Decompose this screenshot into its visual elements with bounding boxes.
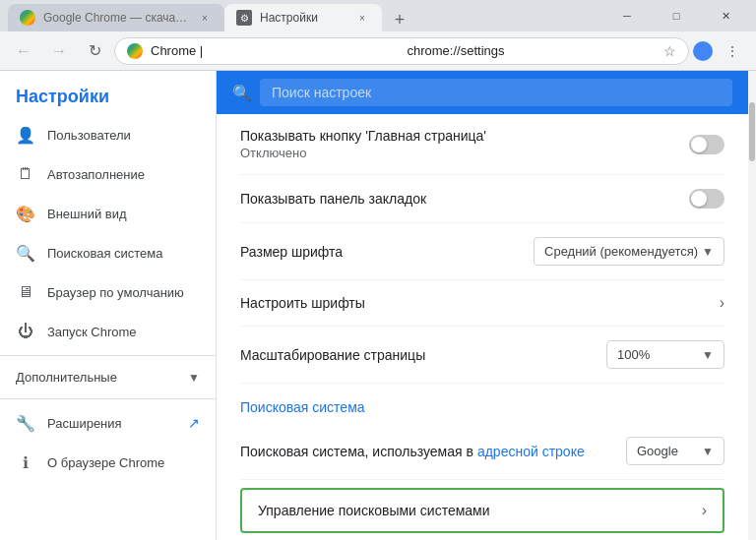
tab-2-close[interactable]: × xyxy=(354,10,370,26)
external-link-icon: ↗ xyxy=(188,415,200,431)
nav-bar: ← → ↻ Chrome | chrome://settings ☆ ⋮ xyxy=(0,31,756,71)
sidebar-item-appearance-label: Внешний вид xyxy=(47,207,127,221)
extensions-icon: 🔧 xyxy=(16,413,35,433)
tab-2[interactable]: ⚙ Настройки × xyxy=(224,4,382,31)
address-url: chrome://settings xyxy=(408,43,657,58)
sidebar-item-users[interactable]: 👤 Пользователи xyxy=(0,115,216,154)
search-engine-section: Поисковая система, используемая в адресн… xyxy=(217,423,748,540)
back-button[interactable]: ← xyxy=(8,35,39,67)
window-controls: ─ □ ✕ xyxy=(604,4,748,28)
about-icon: ℹ xyxy=(16,452,35,472)
tab-1-close[interactable]: × xyxy=(197,10,213,26)
search-input[interactable] xyxy=(260,79,732,106)
show-home-button-toggle[interactable] xyxy=(689,135,724,154)
manage-search-engines-button[interactable]: Управление поисковыми системами › xyxy=(240,488,724,533)
default-browser-icon: 🖥 xyxy=(16,282,35,302)
about-label: О браузере Chrome xyxy=(47,455,164,470)
sidebar-additional[interactable]: Дополнительные ▼ xyxy=(0,360,216,394)
sidebar-item-autofill[interactable]: 🗒 Автозаполнение xyxy=(0,154,216,194)
extensions-label: Расширения xyxy=(47,416,122,431)
manage-search-label: Управление поисковыми системами xyxy=(258,503,490,518)
show-bookmarks-toggle[interactable] xyxy=(689,189,724,209)
search-engine-label-group: Поисковая система, используемая в адресн… xyxy=(240,444,585,459)
font-settings-row[interactable]: Настроить шрифты › xyxy=(240,280,724,327)
address-bar-link[interactable]: адресной строке xyxy=(477,444,585,459)
tab-2-label: Настройки xyxy=(260,11,346,25)
sidebar-item-about[interactable]: ℹ О браузере Chrome xyxy=(0,443,216,482)
show-bookmarks-label: Показывать панель закладок xyxy=(240,191,689,207)
sidebar-item-startup[interactable]: ⏻ Запуск Chrome xyxy=(0,312,216,351)
sidebar-item-search[interactable]: 🔍 Поисковая система xyxy=(0,233,216,272)
address-prefix: Chrome | xyxy=(151,43,400,58)
sidebar-divider-2 xyxy=(0,398,216,399)
dropdown-arrow-icon: ▼ xyxy=(702,245,714,259)
page-zoom-value: 100% xyxy=(617,347,650,362)
title-bar: Google Chrome — скачать бес... × ⚙ Настр… xyxy=(0,0,756,31)
startup-icon: ⏻ xyxy=(16,322,35,341)
refresh-button[interactable]: ↻ xyxy=(79,35,110,67)
search-engine-dropdown-arrow-icon: ▼ xyxy=(702,445,714,458)
manage-search-arrow-icon: › xyxy=(702,502,707,519)
sidebar-item-appearance[interactable]: 🎨 Внешний вид xyxy=(0,194,216,233)
autofill-icon: 🗒 xyxy=(16,164,35,184)
tab-1[interactable]: Google Chrome — скачать бес... × xyxy=(8,4,224,31)
bookmarks-toggle-knob xyxy=(691,191,707,207)
tab-1-favicon xyxy=(20,10,35,26)
tab-1-label: Google Chrome — скачать бес... xyxy=(43,11,189,25)
search-icon: 🔍 xyxy=(232,84,252,102)
additional-label: Дополнительные xyxy=(16,370,117,385)
show-home-button-label: Показывать кнопку 'Главная страница' xyxy=(240,128,486,144)
close-button[interactable]: ✕ xyxy=(703,4,748,28)
sidebar-item-search-label: Поисковая система xyxy=(47,246,163,261)
show-bookmarks-row: Показывать панель закладок xyxy=(240,175,724,223)
minimize-button[interactable]: ─ xyxy=(604,4,650,28)
manage-search-row: Управление поисковыми системами › xyxy=(240,480,724,540)
users-icon: 👤 xyxy=(16,125,35,145)
sidebar-item-default-browser[interactable]: 🖥 Браузер по умолчанию xyxy=(0,272,216,312)
address-bar[interactable]: Chrome | chrome://settings ☆ xyxy=(114,37,689,65)
arrow-right-icon: › xyxy=(720,294,724,312)
search-engine-row: Поисковая система, используемая в адресн… xyxy=(240,423,724,480)
zoom-dropdown-arrow-icon: ▼ xyxy=(702,348,714,362)
main-content: Настройки 👤 Пользователи 🗒 Автозаполнени… xyxy=(0,71,756,540)
sidebar-item-browser-label: Браузер по умолчанию xyxy=(47,285,184,300)
search-engine-dropdown[interactable]: Google ▼ xyxy=(626,437,724,465)
font-size-row: Размер шрифта Средний (рекомендуется) ▼ xyxy=(240,223,724,280)
browser-window: Google Chrome — скачать бес... × ⚙ Настр… xyxy=(0,0,756,540)
show-home-label-group: Показывать кнопку 'Главная страница' Отк… xyxy=(240,128,486,160)
sidebar-item-startup-label: Запуск Chrome xyxy=(47,325,137,339)
page-zoom-row: Масштабирование страницы 100% ▼ xyxy=(240,327,724,384)
bookmark-star-icon[interactable]: ☆ xyxy=(663,43,676,59)
search-engine-value: Google xyxy=(637,444,678,458)
show-home-button-sublabel: Отключено xyxy=(240,146,486,160)
settings-content: 🔍 Показывать кнопку 'Главная страница' О… xyxy=(217,71,748,540)
forward-button[interactable]: → xyxy=(43,35,75,67)
chevron-down-icon: ▼ xyxy=(188,371,200,385)
user-avatar[interactable] xyxy=(693,41,713,61)
sidebar-title: Настройки xyxy=(0,71,216,115)
search-bar: 🔍 xyxy=(217,71,748,114)
new-tab-button[interactable]: + xyxy=(386,8,413,31)
sidebar-item-extensions[interactable]: 🔧 Расширения ↗ xyxy=(0,403,216,443)
sidebar: Настройки 👤 Пользователи 🗒 Автозаполнени… xyxy=(0,71,217,540)
sidebar-item-autofill-label: Автозаполнение xyxy=(47,167,145,182)
sidebar-divider xyxy=(0,355,216,356)
font-size-label: Размер шрифта xyxy=(240,244,534,260)
page-zoom-label: Масштабирование страницы xyxy=(240,347,606,363)
scrollbar[interactable] xyxy=(748,71,756,540)
page-zoom-dropdown[interactable]: 100% ▼ xyxy=(606,340,724,369)
font-size-dropdown[interactable]: Средний (рекомендуется) ▼ xyxy=(534,237,724,266)
appearance-icon: 🎨 xyxy=(16,204,35,223)
sidebar-item-users-label: Пользователи xyxy=(47,128,131,143)
menu-button[interactable]: ⋮ xyxy=(717,35,748,67)
tab-2-favicon: ⚙ xyxy=(236,10,252,26)
scrollbar-thumb xyxy=(749,102,755,161)
settings-appearance-section: Показывать кнопку 'Главная страница' Отк… xyxy=(217,114,748,384)
search-engine-section-title: Поисковая система xyxy=(217,384,748,423)
maximize-button[interactable]: □ xyxy=(654,4,699,28)
search-engine-row-label: Поисковая система, используемая в xyxy=(240,444,473,459)
font-settings-label: Настроить шрифты xyxy=(240,295,720,311)
address-favicon xyxy=(127,43,143,59)
search-engine-icon: 🔍 xyxy=(16,243,35,263)
toggle-knob xyxy=(691,137,707,152)
